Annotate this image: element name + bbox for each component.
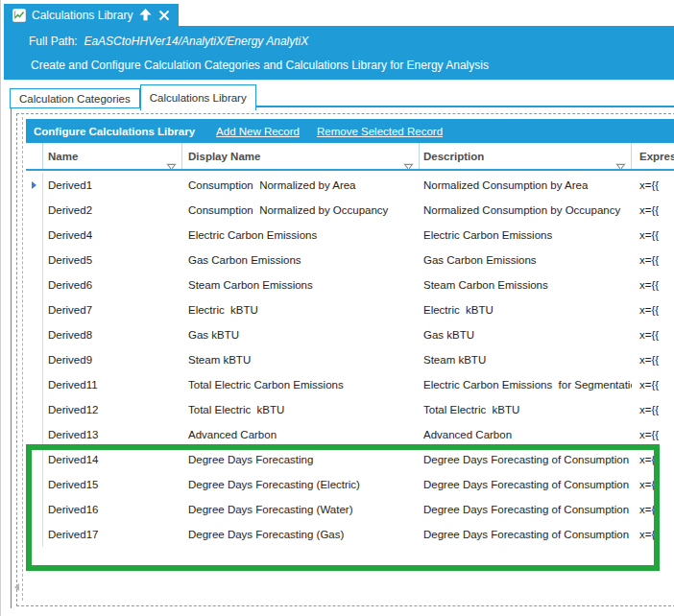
pin-up-icon[interactable] (138, 8, 153, 22)
cell-display-name[interactable]: Advanced Carbon (182, 422, 420, 447)
row-indicator-cell (26, 248, 43, 272)
cell-expression[interactable]: x={{ (632, 322, 674, 347)
cell-display-name[interactable]: Gas kBTU (182, 322, 420, 347)
cell-display-name[interactable]: Degree Days Forecasting (182, 447, 420, 472)
row-indicator-cell (26, 297, 43, 322)
cell-description[interactable]: Total Electric kBTU (420, 397, 632, 422)
cell-description[interactable]: Degree Days Forecasting of Consumption (420, 472, 632, 497)
add-new-record-link[interactable]: Add New Record (216, 126, 300, 137)
full-path-label: Full Path: (29, 35, 78, 48)
table-row[interactable]: Derived5 Gas Carbon Emissions Gas Carbon… (26, 248, 674, 272)
column-header-description[interactable]: Description (420, 143, 632, 169)
cell-description[interactable]: Electric Carbon Emissions (420, 223, 632, 248)
filter-icon[interactable] (148, 152, 177, 169)
cell-display-name[interactable]: Consumption Normalized by Area (182, 173, 420, 198)
document-tab-calculations-library[interactable]: Calculations Library (4, 4, 179, 26)
table-row[interactable]: Derived9 Steam kBTU Steam kBTU x={{ (26, 347, 674, 372)
table-row[interactable]: Derived13 Advanced Carbon Advanced Carbo… (26, 422, 674, 447)
cell-name[interactable]: Derived2 (43, 198, 182, 223)
tab-calculation-categories[interactable]: Calculation Categories (10, 88, 140, 108)
row-indicator-cell (26, 447, 43, 472)
cell-description[interactable]: Electric Carbon Emissions for Segmentati… (420, 372, 632, 397)
cell-name[interactable]: Derived12 (43, 397, 182, 422)
cell-name[interactable]: Derived15 (43, 472, 182, 497)
cell-name[interactable]: Derived4 (43, 223, 182, 248)
tab-calculations-library[interactable]: Calculations Library (140, 84, 256, 110)
cell-name[interactable]: Derived6 (43, 272, 182, 297)
cell-expression[interactable]: x={{ (632, 497, 674, 522)
table-row[interactable]: Derived15 Degree Days Forecasting (Elect… (26, 472, 674, 497)
cell-description[interactable]: Degree Days Forecasting of Consumption (420, 522, 632, 547)
table-row[interactable]: Derived11 Total Electric Carbon Emission… (26, 372, 674, 397)
row-indicator-cell (26, 372, 43, 397)
cell-name[interactable]: Derived16 (43, 497, 182, 522)
cell-display-name[interactable]: Steam kBTU (182, 347, 420, 372)
cell-name[interactable]: Derived14 (43, 447, 182, 472)
cell-description[interactable]: Steam kBTU (420, 347, 632, 372)
cell-display-name[interactable]: Degree Days Forecasting (Water) (182, 497, 420, 522)
cell-description[interactable]: Normalized Consumption by Area (420, 173, 632, 198)
remove-selected-record-link[interactable]: Remove Selected Record (317, 126, 443, 137)
cell-name[interactable]: Derived5 (43, 248, 182, 272)
cell-name[interactable]: Derived17 (43, 522, 182, 547)
cell-expression[interactable]: x={{ (632, 422, 674, 447)
cell-display-name[interactable]: Gas Carbon Emissions (182, 248, 420, 272)
cell-name[interactable]: Derived13 (43, 422, 182, 447)
table-row[interactable]: Derived2 Consumption Normalized by Occup… (26, 198, 674, 223)
close-icon[interactable] (158, 10, 170, 21)
cell-description[interactable]: Degree Days Forecasting of Consumption (420, 447, 632, 472)
table-row[interactable]: Derived1 Consumption Normalized by Area … (26, 173, 674, 198)
full-path: Full Path: EaASCtoHHVer14/AnalytiX/Energ… (29, 35, 308, 48)
cell-display-name[interactable]: Total Electric kBTU (182, 397, 420, 422)
tabstrip: Calculation Categories Calculations Libr… (10, 84, 256, 110)
cell-display-name[interactable]: Steam Carbon Emissions (182, 272, 420, 297)
cell-expression[interactable]: x={{ (632, 272, 674, 297)
cell-description[interactable]: Advanced Carbon (420, 422, 632, 447)
cell-name[interactable]: Derived7 (43, 297, 182, 322)
cell-display-name[interactable]: Consumption Normalized by Occupancy (182, 198, 420, 223)
cell-expression[interactable]: x={{ (632, 297, 674, 322)
cell-expression[interactable]: x={{ (632, 173, 674, 198)
cell-expression[interactable]: x={{ (632, 248, 674, 272)
cell-expression[interactable]: x={{ (632, 447, 674, 472)
cell-expression[interactable]: x={{ (632, 223, 674, 248)
column-header-display-name[interactable]: Display Name (182, 143, 420, 169)
cell-expression[interactable]: x={{ (632, 522, 674, 547)
table-row[interactable]: Derived14 Degree Days Forecasting Degree… (26, 447, 674, 472)
cell-display-name[interactable]: Electric Carbon Emissions (182, 223, 420, 248)
cell-description[interactable]: Normalized Consumption by Occupancy (420, 198, 632, 223)
column-header-expression[interactable]: Expression (632, 143, 674, 169)
cell-display-name[interactable]: Electric kBTU (182, 297, 420, 322)
cell-description[interactable]: Degree Days Forecasting of Consumption (420, 497, 632, 522)
cell-description[interactable]: Gas kBTU (420, 322, 632, 347)
cell-display-name[interactable]: Degree Days Forecasting (Electric) (182, 472, 420, 497)
cell-expression[interactable]: x={{ (632, 347, 674, 372)
scrollbar-left-arrow-icon[interactable] (14, 583, 19, 591)
cell-description[interactable]: Electric kBTU (420, 297, 632, 322)
cell-display-name[interactable]: Total Electric Carbon Emissions (182, 372, 420, 397)
filter-icon[interactable] (385, 152, 414, 169)
cell-name[interactable]: Derived8 (43, 322, 182, 347)
cell-display-name[interactable]: Degree Days Forecasting (Gas) (182, 522, 420, 547)
table-row[interactable]: Derived17 Degree Days Forecasting (Gas) … (26, 522, 674, 547)
grid-column-headers: Name Display Name Description Expression (26, 143, 674, 171)
table-row[interactable]: Derived16 Degree Days Forecasting (Water… (26, 497, 674, 522)
cell-name[interactable]: Derived11 (43, 372, 182, 397)
cell-description[interactable]: Gas Carbon Emissions (420, 248, 632, 272)
cell-description[interactable]: Steam Carbon Emissions (420, 272, 632, 297)
content-left-border (11, 107, 12, 608)
column-header-name[interactable]: Name (43, 143, 182, 169)
table-row[interactable]: Derived8 Gas kBTU Gas kBTU x={{ (26, 322, 674, 347)
table-row[interactable]: Derived7 Electric kBTU Electric kBTU x={… (26, 297, 674, 322)
filter-icon[interactable] (597, 152, 626, 169)
cell-expression[interactable]: x={{ (632, 397, 674, 422)
cell-name[interactable]: Derived9 (43, 347, 182, 372)
cell-expression[interactable]: x={{ (632, 472, 674, 497)
table-row[interactable]: Derived4 Electric Carbon Emissions Elect… (26, 223, 674, 248)
cell-expression[interactable]: x={{ (632, 372, 674, 397)
table-row[interactable]: Derived6 Steam Carbon Emissions Steam Ca… (26, 272, 674, 297)
cell-expression[interactable]: x={{ (632, 198, 674, 223)
table-row[interactable]: Derived12 Total Electric kBTU Total Elec… (26, 397, 674, 422)
selection-marquee-inner (22, 117, 23, 601)
cell-name[interactable]: Derived1 (43, 173, 182, 198)
